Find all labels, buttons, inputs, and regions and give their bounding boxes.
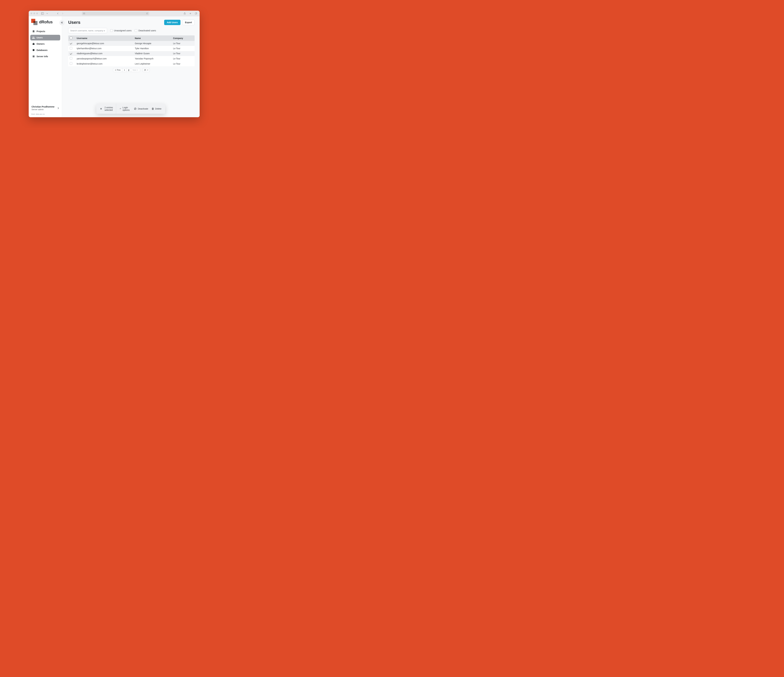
selection-action-bar: 2 entries selected Login options Deactiv… — [96, 104, 165, 114]
col-name[interactable]: Name — [133, 36, 171, 41]
sidebar-toggle-icon[interactable] — [41, 12, 44, 15]
sidebar-item-server-info[interactable]: Server info — [30, 54, 60, 59]
briefcase-icon — [32, 43, 35, 45]
cell-name: Yaroslav Popovych — [133, 56, 171, 61]
svg-rect-2 — [83, 13, 85, 14]
chevron-down-icon — [147, 70, 148, 71]
cell-username: georgehincapie@letour.com — [75, 41, 133, 46]
svg-rect-13 — [34, 31, 34, 31]
row-checkbox[interactable] — [70, 47, 72, 50]
browser-window: dRofus Projects Users — [29, 11, 200, 117]
close-icon — [100, 108, 102, 110]
new-tab-icon[interactable] — [189, 12, 192, 15]
sidebar-item-label: Projects — [37, 30, 45, 33]
select-all-checkbox[interactable] — [70, 37, 72, 39]
checkbox-icon[interactable] — [135, 29, 137, 32]
profile-card[interactable]: Christian Prudhomme Server admin — [31, 104, 59, 112]
col-company[interactable]: Company — [171, 36, 194, 41]
chevron-down-icon[interactable] — [45, 12, 49, 15]
cell-username: levileipheimer@letour.com — [75, 61, 133, 66]
server-icon — [32, 55, 35, 57]
sidebar-item-label: Databases — [37, 49, 48, 51]
collapse-sidebar-button[interactable] — [59, 20, 64, 25]
nav-back-icon[interactable] — [56, 12, 59, 15]
traffic-lights — [31, 12, 38, 14]
ban-icon — [134, 107, 137, 110]
cell-username: vladimirgusev@letour.com — [75, 51, 133, 56]
table-row[interactable]: georgehincapie@letour.com George Hincapi… — [68, 41, 194, 46]
building-icon — [32, 30, 35, 33]
prev-button[interactable]: Prev — [113, 68, 122, 72]
cell-company: Le Tour — [171, 61, 194, 66]
share-icon[interactable] — [183, 12, 187, 15]
delete-button[interactable]: Delete — [151, 107, 162, 111]
search-input[interactable] — [68, 28, 107, 33]
svg-rect-11 — [34, 31, 34, 31]
sidebar-item-databases[interactable]: Databases — [30, 47, 60, 53]
cell-name: Tyler Hamilton — [133, 46, 171, 51]
svg-rect-18 — [33, 43, 34, 43]
svg-point-26 — [120, 109, 121, 109]
users-table: Username Name Company georgehincapie@let… — [68, 36, 194, 66]
profile-name: Christian Prudhomme — [31, 106, 54, 108]
page-title: Users — [68, 20, 81, 25]
nav-forward-icon[interactable] — [61, 12, 64, 15]
brand-mark-icon — [31, 19, 37, 25]
row-checkbox[interactable] — [70, 57, 72, 59]
row-checkbox[interactable] — [70, 52, 72, 55]
brand-name: dRofus — [39, 20, 53, 25]
filter-deactivated[interactable]: Deactivated users — [135, 29, 156, 32]
filter-unassigned[interactable]: Unassigned users — [110, 29, 132, 32]
clear-selection-button[interactable] — [99, 107, 103, 110]
svg-rect-0 — [41, 12, 44, 14]
trash-icon — [152, 107, 154, 110]
page-2-button[interactable]: 2 — [127, 68, 131, 72]
table-row[interactable]: vladimirgusev@letour.com Vladimir Gusev … — [68, 51, 194, 56]
traffic-max-icon[interactable] — [36, 12, 38, 14]
main-panel: Users Add Users Export Unassigned users … — [62, 16, 200, 117]
next-label: Next — [133, 69, 137, 71]
checkbox-icon[interactable] — [110, 29, 113, 32]
add-users-button[interactable]: Add Users — [164, 20, 180, 25]
page-size-value: 25 — [144, 69, 146, 71]
deactivate-label: Deactivate — [138, 107, 148, 110]
sidebar: dRofus Projects Users — [29, 16, 62, 117]
svg-rect-10 — [33, 31, 33, 31]
sidebar-nav: Projects Users Owners — [30, 28, 60, 59]
svg-point-16 — [34, 37, 35, 37]
sidebar-item-projects[interactable]: Projects — [30, 28, 60, 34]
svg-point-15 — [33, 37, 34, 37]
reload-icon[interactable] — [146, 12, 148, 14]
traffic-close-icon[interactable] — [31, 12, 32, 14]
address-bar[interactable] — [82, 12, 149, 16]
table-row[interactable]: yaroslavpopovych@letour.com Yaroslav Pop… — [68, 56, 194, 61]
login-options-label: Login options — [123, 106, 131, 111]
login-options-button[interactable]: Login options — [119, 106, 132, 112]
users-icon — [32, 36, 35, 39]
tabs-overview-icon[interactable] — [194, 12, 198, 15]
table-row[interactable]: tylerhamilton@letour.com Tyler Hamilton … — [68, 46, 194, 51]
sidebar-item-owners[interactable]: Owners — [30, 41, 60, 47]
export-button[interactable]: Export — [182, 20, 194, 25]
page-1-button[interactable]: 1 — [122, 68, 127, 72]
row-checkbox[interactable] — [70, 62, 72, 65]
traffic-min-icon[interactable] — [33, 12, 35, 14]
next-button[interactable]: Next — [131, 68, 140, 72]
cell-company: Le Tour — [171, 41, 194, 46]
deactivate-button[interactable]: Deactivate — [133, 107, 149, 111]
sidebar-item-label: Users — [37, 36, 43, 39]
sidebar-item-users[interactable]: Users — [30, 35, 60, 40]
cell-company: Le Tour — [171, 46, 194, 51]
col-username[interactable]: Username — [75, 36, 133, 41]
cell-name: Levi Leipheimer — [133, 61, 171, 66]
row-checkbox[interactable] — [70, 42, 72, 45]
page-size-select[interactable]: 25 — [143, 68, 149, 72]
chevron-right-icon — [58, 107, 59, 109]
cell-username: yaroslavpopovych@letour.com — [75, 56, 133, 61]
page-header: Users Add Users Export — [62, 16, 200, 27]
cell-username: tylerhamilton@letour.com — [75, 46, 133, 51]
profile-role: Server admin — [31, 108, 54, 111]
svg-rect-8 — [195, 13, 196, 14]
table-row[interactable]: levileipheimer@letour.com Levi Leipheime… — [68, 61, 194, 66]
browser-chrome — [29, 11, 200, 16]
